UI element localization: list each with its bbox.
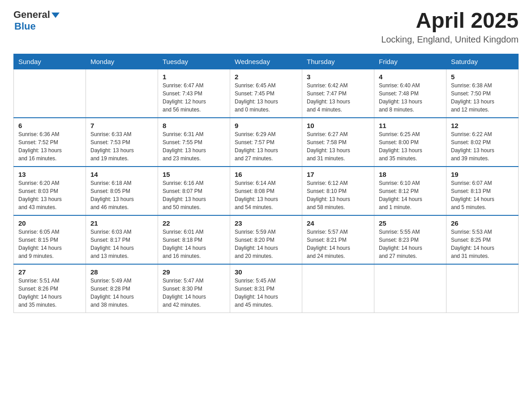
day-info: Sunrise: 6:20 AM Sunset: 8:03 PM Dayligh…: [18, 179, 81, 211]
calendar-cell: 18Sunrise: 6:10 AM Sunset: 8:12 PM Dayli…: [374, 167, 446, 215]
calendar-week-row: 20Sunrise: 6:05 AM Sunset: 8:15 PM Dayli…: [14, 215, 519, 264]
calendar-cell: 6Sunrise: 6:36 AM Sunset: 7:52 PM Daylig…: [14, 118, 86, 167]
calendar-cell: 24Sunrise: 5:57 AM Sunset: 8:21 PM Dayli…: [302, 215, 374, 264]
location-title: Locking, England, United Kingdom: [381, 34, 519, 45]
calendar-cell: 9Sunrise: 6:29 AM Sunset: 7:57 PM Daylig…: [230, 118, 302, 167]
calendar-cell: 7Sunrise: 6:33 AM Sunset: 7:53 PM Daylig…: [86, 118, 158, 167]
day-number: 26: [451, 219, 514, 227]
day-info: Sunrise: 5:59 AM Sunset: 8:20 PM Dayligh…: [235, 228, 297, 260]
calendar-cell: 29Sunrise: 5:47 AM Sunset: 8:30 PM Dayli…: [158, 264, 230, 313]
day-number: 5: [451, 73, 514, 81]
day-number: 4: [379, 73, 442, 81]
day-number: 30: [235, 268, 297, 276]
calendar-cell: [446, 264, 519, 313]
day-info: Sunrise: 6:31 AM Sunset: 7:55 PM Dayligh…: [163, 130, 225, 163]
calendar-cell: [14, 69, 86, 118]
calendar-cell: 15Sunrise: 6:16 AM Sunset: 8:07 PM Dayli…: [158, 167, 230, 215]
day-number: 11: [379, 122, 442, 129]
calendar-cell: 16Sunrise: 6:14 AM Sunset: 8:08 PM Dayli…: [230, 167, 302, 215]
day-info: Sunrise: 6:36 AM Sunset: 7:52 PM Dayligh…: [18, 130, 81, 163]
month-title: April 2025: [381, 9, 519, 33]
day-info: Sunrise: 5:45 AM Sunset: 8:31 PM Dayligh…: [235, 277, 297, 309]
day-number: 18: [379, 171, 442, 178]
day-info: Sunrise: 5:49 AM Sunset: 8:28 PM Dayligh…: [90, 277, 153, 309]
day-number: 8: [163, 122, 225, 129]
calendar-cell: 3Sunrise: 6:42 AM Sunset: 7:47 PM Daylig…: [302, 69, 374, 118]
day-number: 2: [235, 73, 297, 81]
weekday-header-friday: Friday: [374, 54, 446, 69]
day-info: Sunrise: 5:47 AM Sunset: 8:30 PM Dayligh…: [163, 277, 225, 309]
day-info: Sunrise: 6:18 AM Sunset: 8:05 PM Dayligh…: [90, 179, 153, 211]
calendar-cell: 4Sunrise: 6:40 AM Sunset: 7:48 PM Daylig…: [374, 69, 446, 118]
day-number: 24: [307, 219, 369, 227]
calendar-cell: 23Sunrise: 5:59 AM Sunset: 8:20 PM Dayli…: [230, 215, 302, 264]
day-number: 21: [90, 219, 153, 227]
day-info: Sunrise: 6:10 AM Sunset: 8:12 PM Dayligh…: [379, 179, 442, 211]
day-info: Sunrise: 6:47 AM Sunset: 7:43 PM Dayligh…: [163, 81, 225, 114]
title-section: April 2025 Locking, England, United King…: [381, 9, 519, 45]
day-number: 7: [90, 122, 153, 129]
weekday-header-monday: Monday: [86, 54, 158, 69]
day-info: Sunrise: 6:01 AM Sunset: 8:18 PM Dayligh…: [163, 228, 225, 260]
day-info: Sunrise: 6:42 AM Sunset: 7:47 PM Dayligh…: [307, 81, 369, 114]
day-number: 19: [451, 171, 514, 178]
day-number: 25: [379, 219, 442, 227]
day-number: 29: [163, 268, 225, 276]
calendar-cell: 26Sunrise: 5:53 AM Sunset: 8:25 PM Dayli…: [446, 215, 519, 264]
day-info: Sunrise: 6:40 AM Sunset: 7:48 PM Dayligh…: [379, 81, 442, 114]
weekday-header-sunday: Sunday: [14, 54, 86, 69]
day-number: 17: [307, 171, 369, 178]
day-number: 1: [163, 73, 225, 81]
calendar-cell: 8Sunrise: 6:31 AM Sunset: 7:55 PM Daylig…: [158, 118, 230, 167]
calendar-cell: 1Sunrise: 6:47 AM Sunset: 7:43 PM Daylig…: [158, 69, 230, 118]
day-number: 23: [235, 219, 297, 227]
day-number: 14: [90, 171, 153, 178]
calendar-cell: 13Sunrise: 6:20 AM Sunset: 8:03 PM Dayli…: [14, 167, 86, 215]
calendar-cell: 17Sunrise: 6:12 AM Sunset: 8:10 PM Dayli…: [302, 167, 374, 215]
calendar-cell: 11Sunrise: 6:25 AM Sunset: 8:00 PM Dayli…: [374, 118, 446, 167]
logo: General Blue: [13, 9, 60, 32]
day-info: Sunrise: 5:57 AM Sunset: 8:21 PM Dayligh…: [307, 228, 369, 260]
day-info: Sunrise: 6:14 AM Sunset: 8:08 PM Dayligh…: [235, 179, 297, 211]
day-info: Sunrise: 6:12 AM Sunset: 8:10 PM Dayligh…: [307, 179, 369, 211]
calendar-cell: 22Sunrise: 6:01 AM Sunset: 8:18 PM Dayli…: [158, 215, 230, 264]
day-number: 3: [307, 73, 369, 81]
day-number: 10: [307, 122, 369, 129]
day-info: Sunrise: 6:22 AM Sunset: 8:02 PM Dayligh…: [451, 130, 514, 163]
logo-blue-text: Blue: [14, 21, 60, 32]
day-number: 22: [163, 219, 225, 227]
day-info: Sunrise: 5:53 AM Sunset: 8:25 PM Dayligh…: [451, 228, 514, 260]
day-info: Sunrise: 5:51 AM Sunset: 8:26 PM Dayligh…: [18, 277, 81, 309]
calendar-cell: 27Sunrise: 5:51 AM Sunset: 8:26 PM Dayli…: [14, 264, 86, 313]
weekday-header-thursday: Thursday: [302, 54, 374, 69]
day-number: 15: [163, 171, 225, 178]
day-number: 16: [235, 171, 297, 178]
day-info: Sunrise: 6:05 AM Sunset: 8:15 PM Dayligh…: [18, 228, 81, 260]
calendar-cell: [302, 264, 374, 313]
day-info: Sunrise: 5:55 AM Sunset: 8:23 PM Dayligh…: [379, 228, 442, 260]
day-number: 20: [18, 219, 81, 227]
day-info: Sunrise: 6:33 AM Sunset: 7:53 PM Dayligh…: [90, 130, 153, 163]
day-info: Sunrise: 6:03 AM Sunset: 8:17 PM Dayligh…: [90, 228, 153, 260]
day-number: 28: [90, 268, 153, 276]
calendar-body: 1Sunrise: 6:47 AM Sunset: 7:43 PM Daylig…: [14, 69, 519, 313]
weekday-header-tuesday: Tuesday: [158, 54, 230, 69]
calendar-cell: [374, 264, 446, 313]
calendar-week-row: 1Sunrise: 6:47 AM Sunset: 7:43 PM Daylig…: [14, 69, 519, 118]
day-info: Sunrise: 6:45 AM Sunset: 7:45 PM Dayligh…: [235, 81, 297, 114]
day-number: 27: [18, 268, 81, 276]
day-info: Sunrise: 6:29 AM Sunset: 7:57 PM Dayligh…: [235, 130, 297, 163]
calendar-cell: 20Sunrise: 6:05 AM Sunset: 8:15 PM Dayli…: [14, 215, 86, 264]
calendar-table: SundayMondayTuesdayWednesdayThursdayFrid…: [13, 54, 519, 313]
calendar-week-row: 27Sunrise: 5:51 AM Sunset: 8:26 PM Dayli…: [14, 264, 519, 313]
day-info: Sunrise: 6:25 AM Sunset: 8:00 PM Dayligh…: [379, 130, 442, 163]
day-number: 9: [235, 122, 297, 129]
day-info: Sunrise: 6:38 AM Sunset: 7:50 PM Dayligh…: [451, 81, 514, 114]
logo-general-text: General: [13, 9, 50, 21]
calendar-cell: 2Sunrise: 6:45 AM Sunset: 7:45 PM Daylig…: [230, 69, 302, 118]
calendar-week-row: 6Sunrise: 6:36 AM Sunset: 7:52 PM Daylig…: [14, 118, 519, 167]
calendar-cell: [86, 69, 158, 118]
day-number: 6: [18, 122, 81, 129]
weekday-header-saturday: Saturday: [446, 54, 519, 69]
calendar-cell: 5Sunrise: 6:38 AM Sunset: 7:50 PM Daylig…: [446, 69, 519, 118]
